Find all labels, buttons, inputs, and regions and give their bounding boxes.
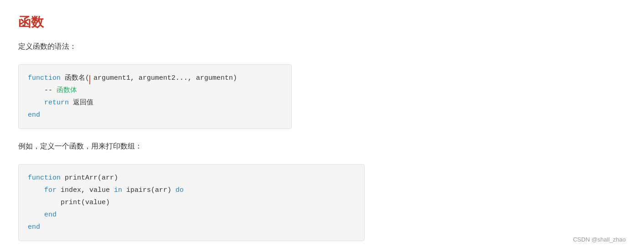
code-line-1: function 函数名( argument1, argument2..., a… — [28, 72, 282, 84]
section2-label: 例如，定义一个函数，用来打印数组： — [18, 142, 626, 151]
section1-label: 定义函数的语法： — [18, 42, 626, 51]
keyword-return: return — [44, 99, 69, 107]
keyword-end-outer: end — [28, 223, 40, 231]
code-indent-3 — [28, 99, 44, 107]
code-line-2: -- 函数体 — [28, 84, 282, 97]
code-ex-line-5: end — [28, 221, 355, 233]
keyword-end-inner: end — [44, 211, 57, 219]
code-indent-2: -- — [28, 87, 57, 94]
code-text-1: 函数名( argument1, argument2..., argumentn) — [65, 74, 237, 82]
watermark: CSDN @shall_zhao — [573, 236, 626, 243]
code-ex-line-1: function printArr(arr) — [28, 172, 355, 184]
code-print: print(value) — [28, 199, 110, 206]
keyword-function-2: function — [28, 174, 61, 182]
keyword-function-1: function — [28, 74, 61, 82]
code-indent-end — [28, 211, 44, 219]
code-block-example: function printArr(arr) for index, value … — [18, 164, 365, 241]
code-ipairs: ipairs(arr) — [122, 186, 175, 194]
keyword-end-1: end — [28, 111, 40, 119]
code-ex-line-2: for index, value in ipairs(arr) do — [28, 184, 355, 196]
page-title: 函数 — [18, 14, 626, 31]
code-indent-for — [28, 186, 44, 194]
keyword-do: do — [175, 186, 184, 194]
code-block-syntax: function 函数名( argument1, argument2..., a… — [18, 64, 292, 129]
code-ex-line-3: print(value) — [28, 196, 355, 209]
code-line-4: end — [28, 109, 282, 121]
keyword-in: in — [114, 186, 122, 194]
code-return-val: 返回值 — [69, 99, 93, 107]
code-for-vars: index, value — [57, 186, 114, 194]
code-ex-line-4: end — [28, 209, 355, 221]
code-comment: 函数体 — [57, 87, 77, 94]
keyword-for: for — [44, 186, 57, 194]
code-line-3: return 返回值 — [28, 97, 282, 109]
code-func-name: printArr(arr) — [65, 174, 118, 182]
